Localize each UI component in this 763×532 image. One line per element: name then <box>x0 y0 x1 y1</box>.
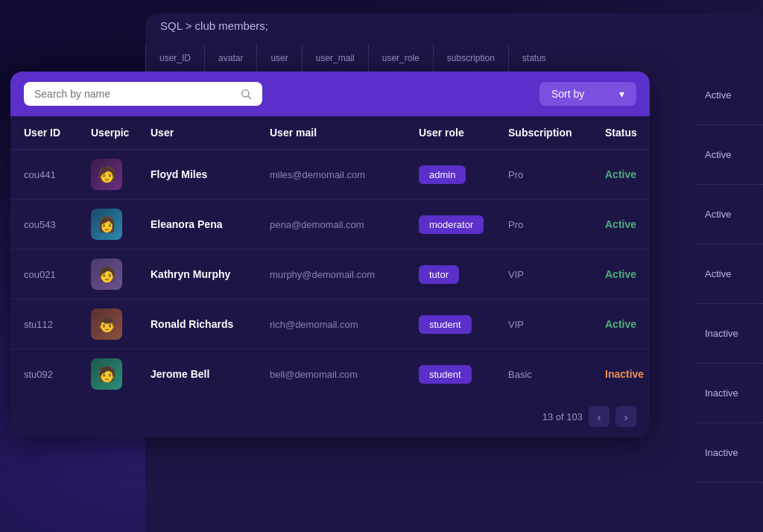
table-row[interactable]: cou441 🧑 Floyd Miles miles@demomail.com … <box>10 150 650 200</box>
toolbar: Sort by ▾ <box>10 72 650 116</box>
col-h-status: status <box>508 45 560 72</box>
role-badge: student <box>419 365 472 384</box>
right-status-7: Inactive <box>696 423 763 483</box>
cell-username: Floyd Miles <box>151 168 270 180</box>
cell-userid: cou543 <box>24 219 91 230</box>
cell-username: Jerome Bell <box>151 368 270 380</box>
table-body: cou441 🧑 Floyd Miles miles@demomail.com … <box>10 150 650 399</box>
cell-role: moderator <box>419 215 508 234</box>
cell-role: admin <box>419 165 508 184</box>
th-user: User <box>151 127 270 139</box>
svg-point-0 <box>242 90 249 97</box>
col-h-user: user <box>256 45 301 72</box>
right-status-1: Active <box>696 66 763 125</box>
col-h-userid: user_ID <box>145 45 204 72</box>
cell-avatar: 🧑 <box>91 259 151 290</box>
cell-subscription: VIP <box>508 269 605 280</box>
cell-subscription: VIP <box>508 319 605 330</box>
table-row[interactable]: cou021 🧑 Kathryn Murphy murphy@demomail.… <box>10 250 650 300</box>
col-h-userrole: user_role <box>368 45 433 72</box>
cell-status: Active <box>605 318 650 330</box>
prev-page-button[interactable]: ‹ <box>589 406 610 427</box>
cell-email: pena@demomail.com <box>270 219 419 230</box>
th-subscription: Subscription <box>508 127 605 139</box>
cell-status: Active <box>605 168 650 180</box>
role-badge: student <box>419 315 472 334</box>
cell-userid: stu112 <box>24 319 91 330</box>
col-h-subscription: subscription <box>433 45 508 72</box>
sql-label: SQL > club members; <box>160 19 268 32</box>
cell-email: bell@demomail.com <box>270 369 419 380</box>
right-status-6: Inactive <box>696 364 763 423</box>
cell-subscription: Basic <box>508 369 605 380</box>
right-status-2: Active <box>696 125 763 185</box>
cell-email: murphy@demomail.com <box>270 269 419 280</box>
right-status-column: Active Active Active Active Inactive Ina… <box>696 66 763 483</box>
right-status-4: Active <box>696 244 763 304</box>
th-userid: User ID <box>24 127 91 139</box>
th-userpic: Userpic <box>91 127 151 139</box>
cell-status: Inactive <box>605 368 650 380</box>
cell-role: tutor <box>419 265 508 284</box>
table-row[interactable]: stu092 🧑 Jerome Bell bell@demomail.com s… <box>10 349 650 399</box>
cell-username: Kathryn Murphy <box>151 268 270 280</box>
cell-userid: cou021 <box>24 269 91 280</box>
avatar: 🧑 <box>91 358 122 390</box>
col-h-avatar: avatar <box>204 45 256 72</box>
sort-label: Sort by <box>551 88 584 100</box>
sort-dropdown[interactable]: Sort by ▾ <box>539 82 636 106</box>
cell-avatar: 👦 <box>91 308 151 340</box>
avatar-emoji: 👦 <box>98 317 116 332</box>
cell-avatar: 🧑 <box>91 159 151 190</box>
pagination: 13 of 103 ‹ › <box>10 399 650 437</box>
column-headers-background: user_ID avatar user user_mail user_role … <box>145 45 763 72</box>
avatar-emoji: 👩 <box>98 217 116 232</box>
cell-username: Eleanora Pena <box>151 218 270 230</box>
main-card: Sort by ▾ User ID Userpic User User mail… <box>10 72 650 437</box>
th-email: User mail <box>270 127 419 139</box>
cell-role: student <box>419 365 508 384</box>
avatar: 🧑 <box>91 159 122 190</box>
role-badge: moderator <box>419 215 484 234</box>
avatar-emoji: 🧑 <box>98 267 116 282</box>
cell-avatar: 🧑 <box>91 358 151 390</box>
search-icon <box>240 88 252 100</box>
avatar: 👦 <box>91 308 122 340</box>
cell-userid: cou441 <box>24 169 91 180</box>
role-badge: admin <box>419 165 466 184</box>
cell-avatar: 👩 <box>91 209 151 240</box>
avatar-emoji: 🧑 <box>98 167 116 182</box>
table-row[interactable]: stu112 👦 Ronald Richards rich@demomail.c… <box>10 300 650 349</box>
cell-subscription: Pro <box>508 219 605 230</box>
right-status-3: Active <box>696 185 763 244</box>
search-box[interactable] <box>24 82 262 106</box>
th-role: User role <box>419 127 508 139</box>
cell-email: rich@demomail.com <box>270 319 419 330</box>
avatar: 🧑 <box>91 259 122 290</box>
cell-subscription: Pro <box>508 169 605 180</box>
right-status-5: Inactive <box>696 304 763 364</box>
cell-role: student <box>419 315 508 334</box>
svg-line-1 <box>248 96 251 99</box>
col-h-usermail: user_mail <box>302 45 368 72</box>
chevron-down-icon: ▾ <box>619 88 624 100</box>
search-input[interactable] <box>34 88 234 100</box>
th-status: Status <box>605 127 650 139</box>
avatar: 👩 <box>91 209 122 240</box>
cell-userid: stu092 <box>24 369 91 380</box>
page-info: 13 of 103 <box>542 411 583 422</box>
cell-email: miles@demomail.com <box>270 169 419 180</box>
role-badge: tutor <box>419 265 459 284</box>
table-header: User ID Userpic User User mail User role… <box>10 116 650 150</box>
table-row[interactable]: cou543 👩 Eleanora Pena pena@demomail.com… <box>10 200 650 250</box>
cell-status: Active <box>605 218 650 230</box>
cell-status: Active <box>605 268 650 280</box>
avatar-emoji: 🧑 <box>98 367 116 381</box>
cell-username: Ronald Richards <box>151 318 270 330</box>
next-page-button[interactable]: › <box>615 406 636 427</box>
